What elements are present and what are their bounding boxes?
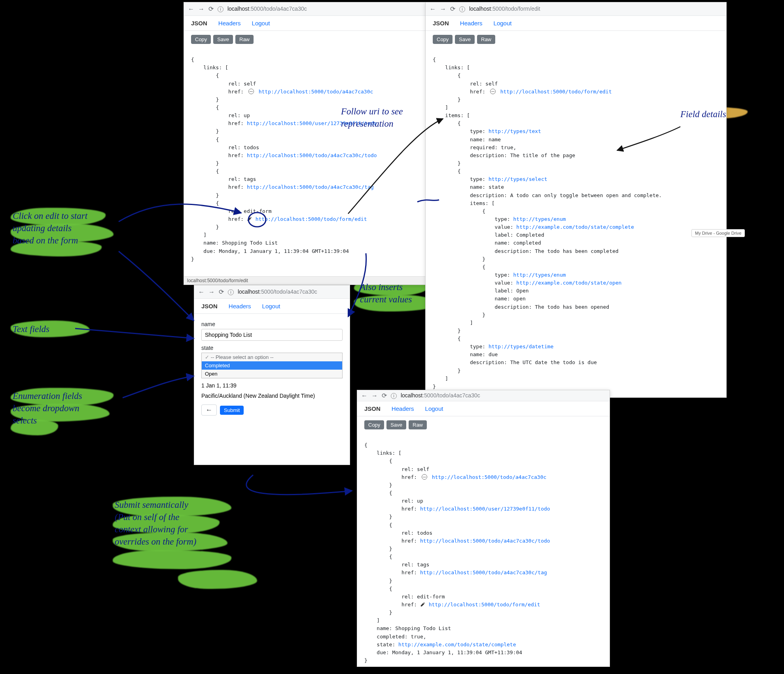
- state-select[interactable]: -- Please select an option -- Completed …: [201, 353, 343, 378]
- paint-splotch: [113, 550, 231, 569]
- copy-button[interactable]: Copy: [191, 35, 211, 44]
- tab-headers[interactable]: Headers: [229, 303, 251, 309]
- pencil-icon[interactable]: [247, 216, 252, 222]
- url-host: localhost: [238, 289, 259, 295]
- reload-icon[interactable]: ⟳: [382, 392, 387, 399]
- pencil-icon[interactable]: [420, 602, 426, 607]
- name-value: name: Shopping Todo List: [377, 625, 451, 631]
- rel-up: rel: up: [401, 498, 423, 504]
- link-tags[interactable]: http://localhost:5000/todo/a4ac7ca30c/ta…: [247, 184, 374, 190]
- link-tags[interactable]: http://localhost:5000/todo/a4ac7ca30c/ta…: [420, 570, 547, 575]
- tab-headers[interactable]: Headers: [392, 405, 414, 412]
- date-value: 1 Jan 1, 11:39: [201, 382, 343, 389]
- reload-icon[interactable]: ⟳: [219, 288, 224, 296]
- tab-headers[interactable]: Headers: [460, 20, 483, 27]
- raw-button[interactable]: Raw: [477, 35, 495, 44]
- link-todos[interactable]: http://localhost:5000/todo/a4ac7ca30c/to…: [247, 152, 377, 158]
- url-box[interactable]: i localhost:5000/todo/a4ac7ca30c: [391, 392, 606, 399]
- back-button[interactable]: ←: [201, 404, 217, 416]
- submit-button[interactable]: Submit: [220, 406, 244, 415]
- tab-json[interactable]: JSON: [433, 20, 449, 27]
- json-body: { links: [ { rel: self href: http://loca…: [426, 46, 726, 396]
- reload-icon[interactable]: ⟳: [208, 5, 214, 13]
- raw-button[interactable]: Raw: [235, 35, 254, 44]
- name-value: name: Shopping Todo List: [203, 240, 278, 246]
- save-button[interactable]: Save: [455, 35, 475, 44]
- type-enum[interactable]: http://types/enum: [513, 272, 566, 278]
- tab-json[interactable]: JSON: [201, 303, 218, 309]
- link-edit-form[interactable]: http://localhost:5000/todo/form/edit: [256, 216, 367, 222]
- save-button[interactable]: Save: [386, 420, 406, 429]
- info-icon: i: [391, 393, 397, 399]
- reload-icon[interactable]: ⟳: [450, 5, 455, 13]
- state-option-open[interactable]: Open: [202, 370, 342, 378]
- state-option-completed[interactable]: Completed: [202, 361, 342, 370]
- rel-self: rel: self: [470, 81, 498, 87]
- timezone-value: Pacific/Auckland (New Zealand Daylight T…: [201, 393, 343, 399]
- state-option-placeholder[interactable]: -- Please select an option --: [202, 353, 342, 361]
- rel-todos: rel: todos: [228, 144, 259, 150]
- link-edit-form[interactable]: http://localhost:5000/todo/form/edit: [429, 602, 540, 608]
- info-icon: i: [218, 6, 223, 12]
- collapse-icon[interactable]: [248, 89, 254, 94]
- address-bar: ← → ⟳ i localhost:5000/todo/a4ac7ca30c: [357, 390, 610, 401]
- collapse-icon[interactable]: [422, 474, 427, 480]
- link-todos[interactable]: http://localhost:5000/todo/a4ac7ca30c/to…: [420, 538, 550, 544]
- rel-self: rel: self: [228, 81, 256, 87]
- name-field[interactable]: [201, 329, 343, 341]
- forward-icon[interactable]: →: [440, 6, 446, 13]
- tab-json[interactable]: JSON: [364, 405, 381, 412]
- url-path: :5000/todo/form/edit: [491, 6, 540, 12]
- address-bar: ← → ⟳ i localhost:5000/todo/a4ac7ca30c: [184, 2, 430, 16]
- type-enum[interactable]: http://types/enum: [513, 216, 566, 222]
- annotation-field-details: Field details: [680, 108, 726, 120]
- due-value: due: Monday, 1 January 1, 11:39:04 GMT+1…: [377, 649, 522, 655]
- back-icon[interactable]: ←: [188, 6, 194, 13]
- link-self[interactable]: http://localhost:5000/todo/a4ac7ca30c: [432, 474, 547, 480]
- json-body: { links: [ { rel: self href: http://loca…: [357, 432, 610, 670]
- url-host: localhost: [401, 392, 422, 399]
- tab-logout[interactable]: Logout: [262, 303, 280, 309]
- annotation-text-fields: Text fields: [13, 323, 49, 335]
- forward-icon[interactable]: →: [198, 6, 205, 13]
- type-select[interactable]: http://types/select: [489, 176, 547, 182]
- back-icon[interactable]: ←: [198, 289, 205, 296]
- name-label: name: [201, 321, 343, 327]
- forward-icon[interactable]: →: [371, 392, 378, 399]
- back-icon[interactable]: ←: [430, 6, 436, 13]
- link-self[interactable]: http://localhost:5000/todo/a4ac7ca30c: [259, 89, 373, 95]
- rel-edit-form: rel: edit-form: [228, 208, 272, 214]
- link-up[interactable]: http://localhost:5000/user/12739e0f11/to…: [420, 506, 550, 512]
- tab-json[interactable]: JSON: [191, 20, 207, 27]
- tab-logout[interactable]: Logout: [494, 20, 512, 27]
- collapse-icon[interactable]: [490, 89, 496, 94]
- raw-button[interactable]: Raw: [409, 420, 427, 429]
- copy-button[interactable]: Copy: [364, 420, 384, 429]
- url-box[interactable]: i localhost:5000/todo/a4ac7ca30c: [228, 289, 346, 295]
- annotation-click-edit: Click on edit to start updating details …: [13, 210, 87, 247]
- info-icon: i: [459, 6, 465, 12]
- url-box[interactable]: i localhost:5000/todo/form/edit: [459, 6, 722, 12]
- type-datetime[interactable]: http://types/datetime: [489, 344, 553, 349]
- forward-icon[interactable]: →: [208, 289, 215, 296]
- rel-tags: rel: tags: [401, 562, 429, 568]
- url-box[interactable]: i localhost:5000/todo/a4ac7ca30c: [218, 6, 426, 12]
- save-button[interactable]: Save: [213, 35, 233, 44]
- gdrive-tab[interactable]: My Drive - Google Drive: [691, 229, 745, 237]
- annotation-follow-uri: Follow uri to see representation: [341, 105, 403, 130]
- url-path: :5000/todo/a4ac7ca30c: [249, 6, 307, 12]
- tab-headers[interactable]: Headers: [218, 20, 241, 27]
- window-form-json: ← → ⟳ i localhost:5000/todo/form/edit JS…: [425, 2, 727, 398]
- type-text[interactable]: http://types/text: [489, 128, 541, 134]
- tab-logout[interactable]: Logout: [425, 405, 443, 412]
- state-value[interactable]: http://example.com/todo/state/complete: [398, 642, 516, 647]
- enum-open-value[interactable]: http://example.com/todo/state/open: [516, 280, 621, 286]
- enum-complete-value[interactable]: http://example.com/todo/state/complete: [516, 224, 634, 230]
- paint-splotch: [178, 570, 257, 589]
- window-todo-json: ← → ⟳ i localhost:5000/todo/a4ac7ca30c J…: [184, 2, 431, 285]
- back-icon[interactable]: ←: [361, 392, 367, 399]
- copy-button[interactable]: Copy: [433, 35, 453, 44]
- url-host: localhost: [469, 6, 491, 12]
- link-self[interactable]: http://localhost:5000/todo/form/edit: [500, 89, 612, 95]
- tab-logout[interactable]: Logout: [252, 20, 270, 27]
